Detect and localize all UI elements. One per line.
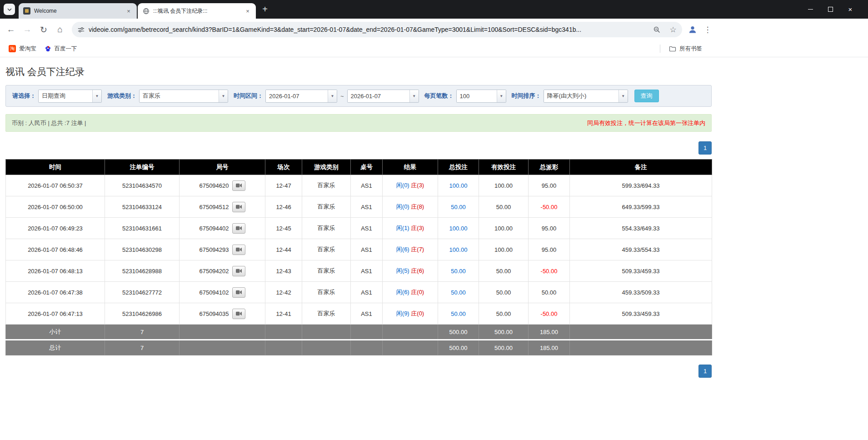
tab-close-icon[interactable]: × bbox=[244, 7, 251, 15]
globe-favicon-icon bbox=[142, 7, 150, 15]
browser-menu-icon[interactable]: ⋮ bbox=[700, 22, 715, 37]
back-button[interactable]: ← bbox=[3, 21, 19, 38]
tab-close-icon[interactable]: × bbox=[125, 7, 132, 15]
page-size-combobox[interactable]: ▼ bbox=[456, 90, 506, 103]
profile-avatar-icon[interactable] bbox=[685, 22, 700, 37]
chevron-down-icon[interactable]: ▼ bbox=[219, 90, 228, 102]
tab-search-button[interactable] bbox=[4, 4, 15, 15]
url-text: videoie.com/game/betrecord_search/kind3?… bbox=[89, 26, 647, 33]
column-header: 总投注 bbox=[438, 160, 479, 175]
total-payout: 185.00 bbox=[529, 340, 570, 355]
total-bet-link[interactable]: 50.00 bbox=[451, 289, 466, 296]
banker-result: 庄(3) bbox=[411, 225, 424, 231]
welcome-favicon-icon bbox=[23, 7, 30, 15]
folder-icon bbox=[669, 45, 676, 52]
column-header: 结果 bbox=[383, 160, 438, 175]
total-bet-link[interactable]: 50.00 bbox=[451, 268, 466, 275]
bookmark-baidu[interactable]: 百度一下 bbox=[40, 44, 81, 54]
date-start-input[interactable] bbox=[266, 90, 328, 102]
round-id: 675094102 bbox=[199, 289, 229, 296]
date-start-combobox[interactable]: ▼ bbox=[265, 90, 337, 103]
table-no-cell: AS1 bbox=[351, 175, 383, 196]
game-type-cell: 百家乐 bbox=[302, 303, 351, 325]
chevron-down-icon[interactable]: ▼ bbox=[328, 90, 337, 102]
subtotal-label: 小计 bbox=[6, 325, 105, 340]
address-bar[interactable]: videoie.com/game/betrecord_search/kind3?… bbox=[72, 22, 682, 37]
total-bet-link[interactable]: 100.00 bbox=[449, 225, 468, 232]
tab-title: :::视讯 会员下注纪录::: bbox=[153, 7, 240, 15]
reload-button[interactable]: ↻ bbox=[35, 21, 52, 38]
all-bookmarks-button[interactable]: 所有书签 bbox=[665, 44, 706, 54]
tab-bet-records[interactable]: :::视讯 会员下注纪录::: × bbox=[138, 3, 256, 19]
page-number-button[interactable]: 1 bbox=[698, 365, 712, 378]
sort-input[interactable] bbox=[544, 90, 619, 102]
banker-result: 庄(8) bbox=[411, 203, 424, 210]
chevron-down-icon[interactable]: ▼ bbox=[92, 90, 101, 102]
video-replay-button[interactable] bbox=[232, 202, 245, 212]
date-end-input[interactable] bbox=[348, 90, 409, 102]
date-range-label: 时间区间： bbox=[234, 92, 263, 100]
remark-cell: 554.33/649.33 bbox=[570, 218, 712, 239]
chevron-down-icon[interactable]: ▼ bbox=[409, 90, 419, 102]
table-row: 2026-01-07 06:49:23523104631661675094402… bbox=[6, 218, 712, 239]
zoom-icon[interactable] bbox=[650, 23, 663, 36]
minimize-button[interactable] bbox=[807, 6, 813, 13]
date-end-combobox[interactable]: ▼ bbox=[347, 90, 419, 103]
bookmark-taobao[interactable]: 淘 爱淘宝 bbox=[5, 44, 40, 54]
browser-window: Welcome × :::视讯 会员下注纪录::: × + × ← → ↻ ⌂ … bbox=[0, 0, 868, 378]
page-size-label: 每页笔数： bbox=[424, 92, 454, 100]
search-button[interactable]: 查询 bbox=[634, 90, 659, 102]
notice-warning-text: 同局有效投注，统一计算在该局第一张注单内 bbox=[587, 119, 705, 127]
bet-table-body: 2026-01-07 06:50:37523104634570675094620… bbox=[6, 175, 712, 325]
game-type-combobox[interactable]: ▼ bbox=[139, 90, 228, 103]
player-result: 闲(6) bbox=[396, 289, 409, 295]
forward-button[interactable]: → bbox=[19, 21, 35, 38]
window-close-button[interactable]: × bbox=[847, 6, 853, 13]
page-number-button[interactable]: 1 bbox=[698, 141, 712, 155]
game-type-input[interactable] bbox=[140, 90, 219, 102]
bookmark-star-icon[interactable]: ☆ bbox=[667, 23, 679, 36]
total-count: 7 bbox=[105, 340, 180, 355]
video-replay-button[interactable] bbox=[232, 180, 245, 191]
query-type-input[interactable] bbox=[39, 90, 92, 102]
empty-cell bbox=[265, 340, 302, 355]
video-replay-button[interactable] bbox=[232, 266, 245, 276]
empty-cell bbox=[302, 340, 351, 355]
video-replay-button[interactable] bbox=[232, 309, 245, 319]
video-replay-button[interactable] bbox=[232, 245, 245, 255]
round-cell: 675094035 bbox=[180, 303, 265, 325]
total-bet-link[interactable]: 50.00 bbox=[451, 204, 466, 210]
total-valid-bet: 500.00 bbox=[479, 340, 529, 355]
table-row: 2026-01-07 06:50:37523104634570675094620… bbox=[6, 175, 712, 196]
result-cell: 闲(6) 庄(7) bbox=[383, 239, 438, 260]
sort-combobox[interactable]: ▼ bbox=[544, 90, 628, 103]
total-total-bet: 500.00 bbox=[438, 340, 479, 355]
payout-cell: -50.00 bbox=[529, 196, 570, 218]
total-bet-link[interactable]: 100.00 bbox=[449, 246, 468, 253]
page-size-input[interactable] bbox=[457, 90, 497, 102]
filter-bar: 请选择： ▼ 游戏类别： ▼ 时间区间： ▼ ~ ▼ bbox=[5, 85, 712, 107]
home-button[interactable]: ⌂ bbox=[52, 21, 68, 38]
payout-cell: 95.00 bbox=[529, 218, 570, 239]
payout-cell: 95.00 bbox=[529, 239, 570, 260]
site-info-icon[interactable] bbox=[77, 26, 85, 34]
tab-welcome[interactable]: Welcome × bbox=[19, 3, 137, 19]
payout-cell: 95.00 bbox=[529, 175, 570, 196]
maximize-button[interactable] bbox=[827, 6, 833, 13]
valid-bet-cell: 100.00 bbox=[479, 239, 529, 260]
chevron-down-icon[interactable]: ▼ bbox=[497, 90, 506, 102]
total-bet-link[interactable]: 50.00 bbox=[451, 310, 466, 317]
empty-cell bbox=[351, 325, 383, 340]
video-replay-button[interactable] bbox=[232, 223, 245, 234]
result-cell: 闲(1) 庄(3) bbox=[383, 218, 438, 239]
query-type-combobox[interactable]: ▼ bbox=[38, 90, 102, 103]
column-header: 总派彩 bbox=[529, 160, 570, 175]
video-replay-button[interactable] bbox=[232, 287, 245, 298]
game-type-cell: 百家乐 bbox=[302, 218, 351, 239]
chevron-down-icon[interactable]: ▼ bbox=[619, 90, 628, 102]
total-bet-link[interactable]: 100.00 bbox=[449, 182, 468, 189]
empty-cell bbox=[570, 340, 712, 355]
new-tab-button[interactable]: + bbox=[259, 3, 271, 16]
column-header: 有效投注 bbox=[479, 160, 529, 175]
tab-title: Welcome bbox=[34, 8, 121, 14]
